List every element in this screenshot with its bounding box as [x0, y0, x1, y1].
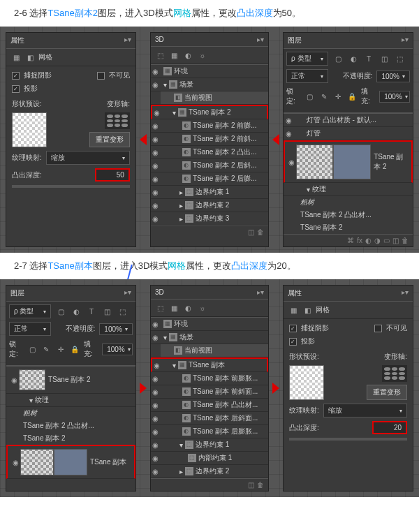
workspace-2: 图层 ▸▾ ρ 类型 ▢◐T◫⬚ 正常不透明度:100% 锁定:▢✎✛🔒填充:1… [0, 279, 419, 497]
visibility-icon[interactable]: ◉ [151, 175, 161, 183]
adjust-icon[interactable]: ◑ [374, 237, 381, 244]
catch-shadow-checkbox[interactable] [289, 325, 297, 332]
invisible-checkbox[interactable] [97, 72, 105, 80]
instruction-1: 2-6 选择TSane副本2图层，进入3D模式网格属性，更改凸出深度为50。 [0, 0, 419, 27]
visibility-icon[interactable]: ◉ [288, 158, 296, 166]
instruction-2: 2-7 选择TSane副本图层，进入3D模式网格属性，更改凸出深度为20。 [0, 253, 419, 279]
cast-shadow-label: 投影 [24, 84, 38, 94]
properties-panel: 属性 ▸▾ ▦ ◧ 网格 捕捉阴影 不可见 投影 形状预设: 变形轴: [6, 32, 136, 247]
opacity-input[interactable]: 100% [376, 71, 410, 82]
visibility-icon[interactable]: ◉ [151, 202, 161, 209]
properties-panel-2: 属性 ▸▾ ▦◧网格 捕捉阴影不可见 投影 形状预设:变形轴: 重置变形 纹理映… [283, 285, 413, 492]
invisible-label: 不可见 [109, 71, 130, 80]
extrude-depth-input[interactable]: 50 [95, 168, 130, 182]
3d-panel-2: 3D ▸▾ ⬚▦◐☼ ◉▦环境 ◉▾▦场景 ◧当前视图 ◉▾▦TSane 副本 … [150, 285, 269, 492]
visibility-icon[interactable]: ◉ [151, 149, 161, 156]
filter-icon[interactable]: ◐ [348, 53, 359, 64]
cast-shadow-checkbox[interactable] [289, 338, 297, 346]
visibility-icon[interactable]: ◉ [151, 162, 161, 170]
layer-sub[interactable]: 粗树 [284, 196, 413, 209]
panel-title[interactable]: 图层 [10, 288, 24, 298]
catch-shadow-label: 捕捉阴影 [24, 71, 52, 80]
blend-mode-dropdown[interactable]: 正常 [9, 322, 51, 336]
filter-icon[interactable]: T [363, 53, 374, 64]
visibility-icon[interactable]: ◉ [284, 117, 293, 124]
shape-preset-label: 形状预设: [12, 99, 42, 109]
visibility-icon[interactable]: ◉ [151, 68, 161, 75]
workspace-1: 属性 ▸▾ ▦ ◧ 网格 捕捉阴影 不可见 投影 形状预设: 变形轴: [0, 27, 419, 253]
layers-panel: 图层 ▸▾ ρ 类型 ▢ ◐ T ◫ ⬚ 正常 不透明度: 100% 锁定: ▢… [283, 32, 413, 247]
visibility-icon[interactable]: ◉ [284, 130, 293, 138]
close-icon[interactable]: ▸▾ [257, 36, 264, 43]
panel-title[interactable]: 3D [155, 36, 164, 43]
opacity-input[interactable]: 100% [99, 323, 133, 335]
extrude-depth-label: 凸出深度: [12, 170, 42, 180]
shape-preset-thumb[interactable] [12, 112, 47, 147]
light-icon[interactable]: ☼ [197, 50, 208, 61]
invisible-checkbox[interactable] [374, 325, 382, 332]
depth-slider[interactable] [12, 185, 130, 188]
delete-icon[interactable]: 🗑 [257, 228, 264, 236]
filter-icon[interactable]: ▢ [332, 53, 344, 64]
filter-icon[interactable]: ◫ [378, 53, 390, 64]
visibility-icon[interactable]: ◉ [151, 81, 161, 89]
fill-input[interactable]: 100% [379, 91, 410, 103]
lock-all-icon[interactable]: 🔒 [347, 91, 357, 102]
texture-map-dropdown[interactable]: 缩放 [323, 404, 407, 418]
new-icon[interactable]: ◫ [248, 228, 254, 236]
shape-preset-thumb[interactable] [289, 365, 324, 400]
panel-title[interactable]: 图层 [288, 36, 302, 45]
arrow-left-icon [272, 134, 279, 145]
blend-mode-dropdown[interactable]: 正常 [286, 69, 328, 83]
cast-shadow-checkbox[interactable] [12, 85, 20, 93]
mesh-label: 网格 [38, 52, 52, 62]
type-filter-dropdown[interactable]: ρ 类型 [286, 52, 328, 66]
opacity-label: 不透明度: [343, 71, 373, 81]
reset-deform-button[interactable]: 重置变形 [367, 385, 407, 400]
depth-slider[interactable] [289, 438, 407, 441]
lock-pixel-icon[interactable]: ✎ [318, 91, 328, 102]
3d-panel: 3D ▸▾ ⬚ ▦ ◐ ☼ ◉▦环境 ◉▾▦场景 ◧当前视图 ◉▾▦TSane … [150, 32, 269, 247]
fill-input[interactable]: 100% [102, 343, 133, 355]
texture-map-dropdown[interactable]: 缩放 [46, 151, 130, 165]
material-icon[interactable]: ◐ [183, 50, 194, 61]
layer-thumb[interactable] [333, 145, 371, 179]
close-icon[interactable]: ▸▾ [257, 288, 264, 296]
layer-sub[interactable]: TSane 副本 2 凸出材... [284, 209, 413, 221]
lock-icon[interactable]: ▢ [304, 91, 314, 102]
cube-icon[interactable]: ◧ [24, 52, 36, 63]
folder-icon[interactable]: ▭ [383, 237, 390, 244]
link-icon[interactable]: ⌘ [347, 237, 354, 244]
visibility-icon[interactable]: ◉ [151, 135, 161, 143]
delete-icon[interactable]: 🗑 [402, 237, 409, 244]
close-icon[interactable]: ▸▾ [402, 36, 409, 45]
arrow-left-icon [140, 134, 147, 145]
layer-sub[interactable]: TSane 副本 2 [284, 221, 413, 234]
arrow-right-icon [272, 383, 279, 394]
close-icon[interactable]: ▸▾ [402, 288, 409, 298]
new-icon[interactable]: ◫ [392, 237, 399, 244]
lock-label: 锁定: [286, 87, 300, 106]
mesh-icon[interactable]: ▦ [169, 50, 180, 61]
deform-axis-grid[interactable] [105, 112, 130, 129]
visibility-icon[interactable]: ◉ [152, 109, 162, 117]
panel-title[interactable]: 属性 [10, 36, 24, 45]
lock-pos-icon[interactable]: ✛ [333, 91, 343, 102]
close-icon[interactable]: ▸▾ [124, 288, 131, 298]
visibility-icon[interactable]: ◉ [151, 189, 161, 196]
reset-deform-button[interactable]: 重置变形 [89, 132, 130, 147]
extrude-depth-input[interactable]: 20 [372, 421, 407, 434]
mask-icon[interactable]: ◐ [365, 237, 372, 244]
visibility-icon[interactable]: ◉ [151, 215, 161, 223]
visibility-icon[interactable]: ◉ [151, 122, 161, 130]
close-icon[interactable]: ▸▾ [124, 36, 131, 45]
arrow-right-icon [140, 383, 147, 394]
deform-axis-grid[interactable] [382, 365, 407, 382]
filter-icon[interactable]: ⬚ [394, 53, 405, 64]
catch-shadow-checkbox[interactable] [12, 72, 20, 80]
fill-label: 填充: [361, 87, 375, 106]
mesh-icon[interactable]: ▦ [10, 52, 22, 63]
type-filter-dropdown[interactable]: ρ 类型 [9, 304, 51, 318]
layer-thumb[interactable] [296, 145, 334, 179]
filter-icon[interactable]: ⬚ [155, 50, 166, 61]
